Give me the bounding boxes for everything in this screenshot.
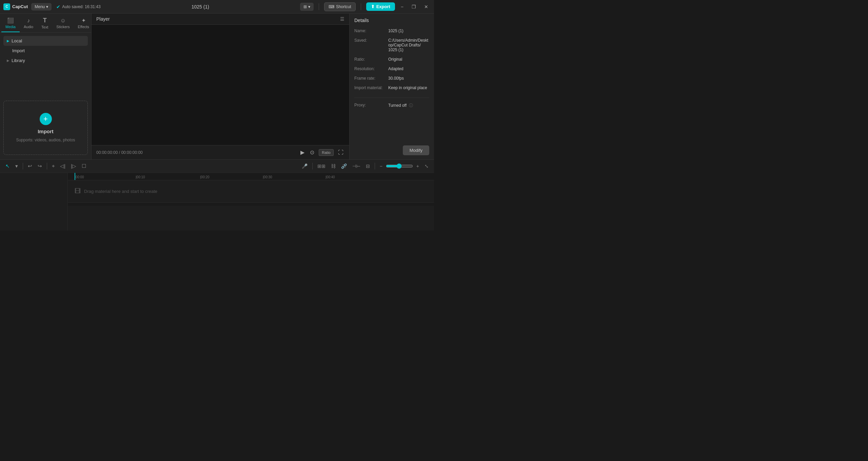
import-zone: + Import Supports: videos, audios, photo… [0,96,91,159]
playhead [75,173,75,180]
timeline-content: |00:00 |00:10 |00:20 |00:30 |00:40 🎞 Dra… [68,173,434,230]
nav-tabs: ⬛ Media ♪ Audio T Text ☺ Stickers ✦ Effe… [0,14,91,33]
framerate-label: Frame rate: [354,76,388,81]
zoom-in-button[interactable]: + [414,162,421,170]
stickers-icon: ☺ [60,18,66,24]
project-title: 1025 (1) [101,4,300,9]
autosave-indicator: ✔ Auto saved: 16:31:43 [56,4,100,9]
timeline-tracks: 🎞 Drag material here and start to create [68,180,434,202]
select-tool-button[interactable]: ↖ [3,162,12,171]
player-controls: 00:00:00:00 / 00:00:00:00 ▶ ⊙ Ratio ⛶ [92,145,349,159]
microphone-button[interactable]: 🎤 [300,162,310,170]
tab-stickers[interactable]: ☺ Stickers [52,16,74,32]
tab-audio[interactable]: ♪ Audio [20,16,37,32]
tab-media[interactable]: ⬛ Media [1,16,20,32]
import-box[interactable]: + Import Supports: videos, audios, photo… [3,101,88,155]
tick-40: |00:40 [326,175,335,179]
tick-20: |00:20 [200,175,210,179]
detail-resolution-row: Resolution: Adapted [354,66,429,71]
restore-button[interactable]: ❐ [409,3,418,11]
tab-media-label: Media [5,25,16,29]
timecode: 00:00:00:00 / 00:00:00:00 [96,150,296,155]
align-button[interactable]: ⊣⊢ [350,162,362,170]
player-menu-icon[interactable]: ☰ [340,16,344,22]
export-button[interactable]: ⬆ Export [366,2,395,11]
separator [375,163,375,169]
tab-effects-label: Effects [78,25,89,29]
capcut-logo-icon: C [3,3,10,10]
resolution-value: Adapted [388,66,403,71]
timeline-toolbar: ↖ ▾ ↩ ↪ ⌖ ◁| |▷ ☐ 🎤 ⊞⊞ ⛓ ⛓‍💥 ⊣⊢ ⊟ − + ⤡ [0,160,434,173]
divider [354,98,429,98]
proxy-label: Proxy: [354,103,388,108]
redo-button[interactable]: ↪ [36,162,44,171]
ratio-label: Ratio: [354,57,388,62]
tab-effects[interactable]: ✦ Effects [74,16,93,32]
tab-text[interactable]: T Text [37,16,52,33]
trim-left-button[interactable]: ◁| [58,162,67,171]
delete-button[interactable]: ☐ [80,162,88,171]
select-dropdown-button[interactable]: ▾ [13,162,20,171]
audio-link-button[interactable]: ⛓‍💥 [339,162,349,170]
play-button[interactable]: ▶ [299,148,305,157]
subtitle-button[interactable]: ⊟ [364,162,372,170]
sidebar-item-library[interactable]: ▶ Library [3,56,88,65]
timeline-right-tools: 🎤 ⊞⊞ ⛓ ⛓‍💥 ⊣⊢ ⊟ − + ⤡ [300,162,431,170]
undo-button[interactable]: ↩ [26,162,34,171]
info-icon[interactable]: ⓘ [409,103,413,108]
modify-button[interactable]: Modify [403,145,429,155]
timeline-labels [0,173,68,230]
main-area: ⬛ Media ♪ Audio T Text ☺ Stickers ✦ Effe… [0,14,434,159]
timeline-ruler: |00:00 |00:10 |00:20 |00:30 |00:40 [68,173,434,180]
close-button[interactable]: ✕ [422,3,431,11]
timeline-body: |00:00 |00:10 |00:20 |00:30 |00:40 🎞 Dra… [0,173,434,230]
import-material-label: Import material: [354,85,388,90]
tick-10: |00:10 [136,175,145,179]
title-right-actions: ⊞ ▾ ⌨ Shortcut ⬆ Export − ❐ ✕ [300,2,431,11]
toolbar-divider-2 [47,163,47,169]
proxy-value: Turned off ⓘ [388,103,413,108]
drag-hint-text: Drag material here and start to create [84,189,157,194]
snap-button[interactable]: ⊞⊞ [315,162,328,170]
split-button[interactable]: ⌖ [50,162,57,171]
separator [312,163,313,169]
detail-proxy-row: Proxy: Turned off ⓘ [354,103,429,108]
menu-label: Menu [35,4,45,9]
sidebar-item-local[interactable]: ▶ Local [3,36,88,46]
shortcut-button[interactable]: ⌨ Shortcut [324,2,356,11]
minimize-button[interactable]: − [398,3,406,11]
tab-stickers-label: Stickers [56,25,70,29]
text-icon: T [43,17,47,24]
local-label: Local [12,38,22,43]
framerate-value: 30.00fps [388,76,404,81]
tick-30: |00:30 [263,175,272,179]
fit-button[interactable]: ⤡ [422,162,431,170]
zoom-out-button[interactable]: − [378,162,384,170]
import-plus-icon: + [40,113,52,125]
layout-button[interactable]: ⊞ ▾ [300,3,314,11]
left-panel: ⬛ Media ♪ Audio T Text ☺ Stickers ✦ Effe… [0,14,92,159]
details-heading: Details [354,18,429,23]
saved-label: Saved: [354,38,388,52]
saved-value: C:/Users/Admin/Desktop/CapCut Drafts/ 10… [388,38,429,52]
toolbar-divider [23,163,23,169]
ratio-value: Original [388,57,402,62]
export-label: Export [376,4,390,9]
detail-import-row: Import material: Keep in original place [354,85,429,90]
layout-icon: ⊞ [303,4,307,9]
ratio-button[interactable]: Ratio [319,149,334,156]
zoom-slider[interactable] [386,163,413,169]
separator [361,3,361,10]
timeline-scrollbar[interactable] [68,202,434,206]
trim-right-button[interactable]: |▷ [69,162,78,171]
player-panel: Player ☰ 00:00:00:00 / 00:00:00:00 ▶ ⊙ R… [92,14,349,159]
sidebar-item-import[interactable]: Import [3,46,88,56]
screenshot-button[interactable]: ⊙ [309,148,315,157]
link-button[interactable]: ⛓ [329,162,338,170]
collapse-arrow-icon: ▶ [7,59,9,62]
fullscreen-button[interactable]: ⛶ [337,148,344,157]
media-icon: ⬛ [7,17,14,24]
import-label: Import [38,128,54,134]
name-value: 1025 (1) [388,28,403,33]
menu-button[interactable]: Menu ▾ [31,3,52,11]
